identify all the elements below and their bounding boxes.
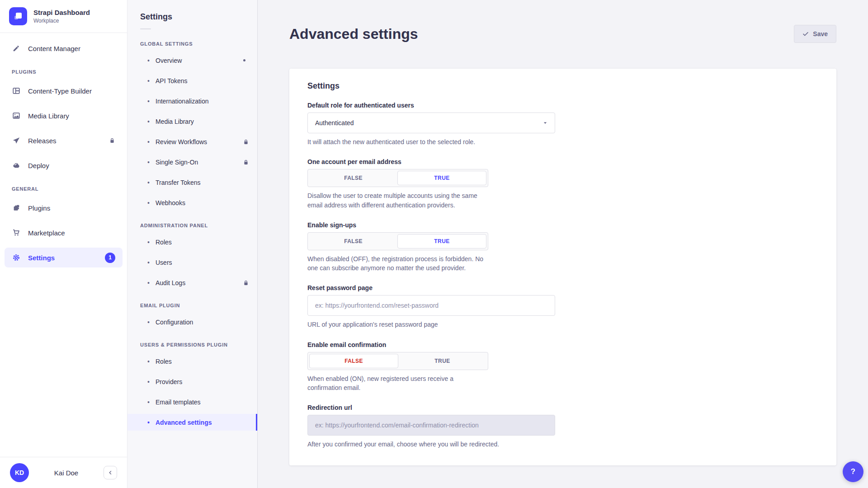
subnav-item[interactable]: • Internationalization xyxy=(127,93,257,109)
field-label: One account per email address xyxy=(307,158,818,165)
subnav-item-label: Overview xyxy=(156,57,182,64)
toggle-false-option[interactable]: FALSE xyxy=(309,234,397,249)
sidebar-item-plugins[interactable]: Plugins xyxy=(5,198,123,218)
toggle-true-option[interactable]: TRUE xyxy=(397,171,486,185)
help-button[interactable]: ? xyxy=(843,461,863,482)
subnav-item-label: Providers xyxy=(156,378,182,385)
subnav-item[interactable]: • API Tokens xyxy=(127,72,257,89)
sidebar-item-releases[interactable]: Releases xyxy=(5,131,123,150)
sidebar-item-label: Deploy xyxy=(28,162,49,169)
email-confirmation-toggle: FALSE TRUE xyxy=(307,352,488,370)
sign-ups-toggle: FALSE TRUE xyxy=(307,232,488,250)
bullet-icon: • xyxy=(147,378,156,385)
subnav-item[interactable]: • Users xyxy=(127,254,257,271)
bullet-icon: • xyxy=(147,419,156,426)
question-mark-icon: ? xyxy=(851,467,855,476)
sidebar-item-deploy[interactable]: Deploy xyxy=(5,155,123,175)
one-account-toggle: FALSE TRUE xyxy=(307,169,488,187)
subnav-item[interactable]: • Roles xyxy=(127,234,257,250)
toggle-true-option[interactable]: TRUE xyxy=(398,354,486,368)
page-title: Advanced settings xyxy=(289,25,418,43)
bullet-icon: • xyxy=(147,179,156,186)
subnav-item[interactable]: • Email templates xyxy=(127,394,257,410)
lock-icon xyxy=(243,280,249,286)
field-hint: When disabled (OFF), the registration pr… xyxy=(307,254,489,273)
sidebar-section-general: GENERAL xyxy=(5,186,123,192)
subnav-item[interactable]: • Audit Logs xyxy=(127,274,257,291)
toggle-true-option[interactable]: TRUE xyxy=(397,234,486,249)
bullet-icon: • xyxy=(147,399,156,406)
subnav-item[interactable]: • Transfer Tokens xyxy=(127,174,257,191)
subnav-item[interactable]: • Providers xyxy=(127,373,257,390)
bullet-icon: • xyxy=(147,199,156,206)
bullet-icon: • xyxy=(147,319,156,326)
field-reset-password: Reset password page URL of your applicat… xyxy=(307,284,818,329)
field-label: Default role for authenticated users xyxy=(307,102,818,109)
bullet-icon: • xyxy=(147,57,156,64)
subnav-title-divider xyxy=(140,28,151,29)
workspace-brand[interactable]: Strapi Dashboard Workplace xyxy=(0,0,127,33)
lock-icon xyxy=(109,137,115,144)
field-hint: Disallow the user to create multiple acc… xyxy=(307,191,489,210)
sidebar-item-content-type-builder[interactable]: Content-Type Builder xyxy=(5,81,123,101)
sidebar-item-content-manager[interactable]: Content Manager xyxy=(5,38,123,58)
subnav-item-label: Media Library xyxy=(156,118,194,125)
bullet-icon: • xyxy=(147,138,156,145)
subnav-item-label: Webhooks xyxy=(156,199,185,206)
settings-notification-badge: 1 xyxy=(105,253,115,263)
notification-dot-icon xyxy=(243,59,245,61)
chevron-down-icon xyxy=(543,121,547,125)
pencil-icon xyxy=(12,44,21,52)
bullet-icon: • xyxy=(147,259,156,266)
check-icon xyxy=(802,31,809,37)
subnav-item[interactable]: • Media Library xyxy=(127,113,257,130)
toggle-false-option[interactable]: FALSE xyxy=(309,171,397,185)
subnav-item[interactable]: • Webhooks xyxy=(127,194,257,211)
default-role-select[interactable]: Authenticated xyxy=(307,113,555,133)
toggle-false-option[interactable]: FALSE xyxy=(309,354,398,368)
bullet-icon: • xyxy=(147,358,156,365)
layout-icon xyxy=(12,87,21,95)
sidebar-item-label: Settings xyxy=(28,254,55,262)
settings-panel: Settings Default role for authenticated … xyxy=(289,69,836,465)
sidebar-item-label: Content-Type Builder xyxy=(28,87,92,95)
subnav-item-label: Internationalization xyxy=(156,98,209,105)
subnav-item[interactable]: • Configuration xyxy=(127,314,257,330)
subnav-item-label: Audit Logs xyxy=(156,279,185,286)
subnav-section-label: ADMINISTRATION PANEL xyxy=(127,223,257,228)
field-hint: After you confirmed your email, choose w… xyxy=(307,440,818,449)
sidebar-item-media-library[interactable]: Media Library xyxy=(5,106,123,126)
sidebar-item-settings[interactable]: Settings 1 xyxy=(5,248,123,267)
subnav-item-label: Advanced settings xyxy=(156,419,212,426)
field-label: Reset password page xyxy=(307,284,818,291)
sidebar-item-marketplace[interactable]: Marketplace xyxy=(5,223,123,243)
main-sidebar: Strapi Dashboard Workplace Content Manag… xyxy=(0,0,127,488)
reset-password-input[interactable] xyxy=(307,295,555,316)
collapse-sidebar-button[interactable] xyxy=(104,466,117,479)
subnav-item[interactable]: • Review Workflows xyxy=(127,133,257,150)
bullet-icon: • xyxy=(147,98,156,105)
lock-icon xyxy=(243,139,249,145)
sidebar-item-label: Plugins xyxy=(28,204,50,212)
subnav-item[interactable]: • Roles xyxy=(127,353,257,370)
subnav-item[interactable]: • Advanced settings xyxy=(127,414,257,431)
subnav-section-label: EMAIL PLUGIN xyxy=(127,303,257,308)
strapi-logo-icon xyxy=(9,7,27,25)
field-one-account: One account per email address FALSE TRUE… xyxy=(307,158,818,210)
subnav-item-label: API Tokens xyxy=(156,77,188,84)
subnav-section-label: GLOBAL SETTINGS xyxy=(127,41,257,47)
sidebar-item-label: Marketplace xyxy=(28,229,65,237)
puzzle-icon xyxy=(12,204,21,212)
subnav-item[interactable]: • Overview xyxy=(127,52,257,69)
subnav-item[interactable]: • Single Sign-On xyxy=(127,154,257,170)
cart-icon xyxy=(12,229,21,237)
bullet-icon: • xyxy=(147,159,156,166)
field-label: Redirection url xyxy=(307,404,818,411)
bullet-icon: • xyxy=(147,239,156,246)
subnav-section-label: USERS & PERMISSIONS PLUGIN xyxy=(127,342,257,347)
user-footer: KD Kai Doe xyxy=(0,457,127,488)
field-sign-ups: Enable sign-ups FALSE TRUE When disabled… xyxy=(307,221,818,273)
save-button[interactable]: Save xyxy=(794,25,836,43)
field-redirection-url: Redirection url After you confirmed your… xyxy=(307,404,818,449)
subnav-item-label: Roles xyxy=(156,239,172,246)
